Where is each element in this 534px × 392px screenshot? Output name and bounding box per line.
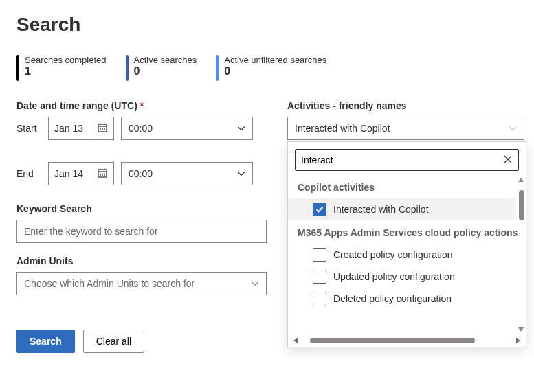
start-time-value: 00:00 [129, 123, 153, 134]
stat-bar [126, 55, 129, 81]
activities-dropdown-body: Copilot activities Interacted with Copil… [288, 175, 526, 334]
checkbox-unchecked [313, 270, 326, 284]
activity-item-label: Deleted policy configuration [333, 293, 452, 304]
stat-active-unfiltered: Active unfiltered searches 0 [216, 55, 326, 81]
stat-bar [216, 55, 219, 81]
stats-row: Searches completed 1 Active searches 0 A… [16, 55, 518, 81]
activity-item-label: Created policy configuration [333, 249, 453, 260]
scroll-up-icon [516, 175, 526, 185]
activity-item-deleted-policy[interactable]: Deleted policy configuration [288, 288, 516, 310]
admin-units-placeholder: Choose which Admin Units to search for [24, 278, 194, 289]
scroll-left-icon [291, 336, 300, 345]
admin-units-label: Admin Units [16, 255, 267, 266]
keyword-label: Keyword Search [16, 203, 267, 214]
required-marker: * [140, 100, 144, 111]
svg-marker-18 [293, 338, 298, 343]
start-time-picker[interactable]: 00:00 [121, 117, 253, 140]
svg-marker-16 [518, 178, 524, 182]
stat-label: Searches completed [25, 55, 107, 65]
scroll-thumb[interactable] [310, 338, 475, 343]
activities-dropdown-panel: Copilot activities Interacted with Copil… [287, 141, 526, 347]
keyword-input[interactable] [24, 226, 259, 237]
svg-marker-17 [518, 327, 524, 332]
date-range-label: Date and time range (UTC) * [16, 100, 267, 111]
clear-all-button[interactable]: Clear all [83, 330, 144, 353]
activities-selected-value: Interacted with Copilot [295, 123, 390, 134]
chevron-down-icon [251, 281, 259, 286]
stat-value: 0 [134, 65, 197, 78]
end-date-value: Jan 14 [54, 168, 83, 179]
checkbox-checked [313, 203, 326, 216]
calendar-icon [97, 168, 108, 181]
clear-search-icon[interactable] [503, 154, 513, 166]
activities-label: Activities - friendly names [287, 100, 524, 111]
group-title-m365: M365 Apps Admin Services cloud policy ac… [288, 220, 516, 244]
scroll-right-icon [513, 336, 523, 345]
checkbox-unchecked [313, 248, 326, 262]
vertical-scrollbar[interactable] [516, 175, 526, 334]
start-date-picker[interactable]: Jan 13 [48, 117, 114, 140]
calendar-icon [97, 122, 108, 135]
end-time-picker[interactable]: 00:00 [121, 162, 253, 185]
chevron-down-icon [237, 126, 245, 131]
end-date-picker[interactable]: Jan 14 [48, 162, 114, 185]
stat-active-searches: Active searches 0 [126, 55, 197, 81]
stat-label: Active unfiltered searches [224, 55, 326, 65]
activities-select[interactable]: Interacted with Copilot [287, 117, 524, 140]
checkbox-unchecked [313, 292, 326, 305]
activities-search-input[interactable] [301, 154, 503, 165]
horizontal-scrollbar[interactable] [288, 334, 526, 347]
svg-marker-19 [516, 338, 520, 343]
group-title-copilot: Copilot activities [288, 175, 516, 198]
stat-bar [16, 55, 19, 81]
activity-item-updated-policy[interactable]: Updated policy configuration [288, 266, 516, 288]
stat-label: Active searches [134, 55, 197, 65]
keyword-input-wrapper [16, 220, 267, 243]
search-button[interactable]: Search [16, 330, 75, 353]
stat-value: 0 [224, 65, 326, 78]
admin-units-select[interactable]: Choose which Admin Units to search for [16, 272, 267, 295]
activities-search-wrapper [295, 149, 519, 171]
scroll-down-icon [516, 325, 526, 334]
activity-item-label: Interacted with Copilot [333, 204, 429, 215]
activity-item-label: Updated policy configuration [333, 271, 455, 282]
start-date-value: Jan 13 [54, 123, 83, 134]
page-title: Search [16, 14, 518, 36]
scroll-thumb[interactable] [519, 190, 524, 220]
stat-value: 1 [25, 65, 107, 78]
chevron-down-icon [509, 126, 517, 131]
activity-item-interacted-with-copilot[interactable]: Interacted with Copilot [288, 198, 516, 220]
stat-searches-completed: Searches completed 1 [16, 55, 107, 81]
activity-item-created-policy[interactable]: Created policy configuration [288, 244, 516, 266]
chevron-down-icon [237, 171, 245, 176]
start-label: Start [16, 123, 41, 134]
end-label: End [16, 168, 41, 179]
end-time-value: 00:00 [129, 168, 153, 179]
